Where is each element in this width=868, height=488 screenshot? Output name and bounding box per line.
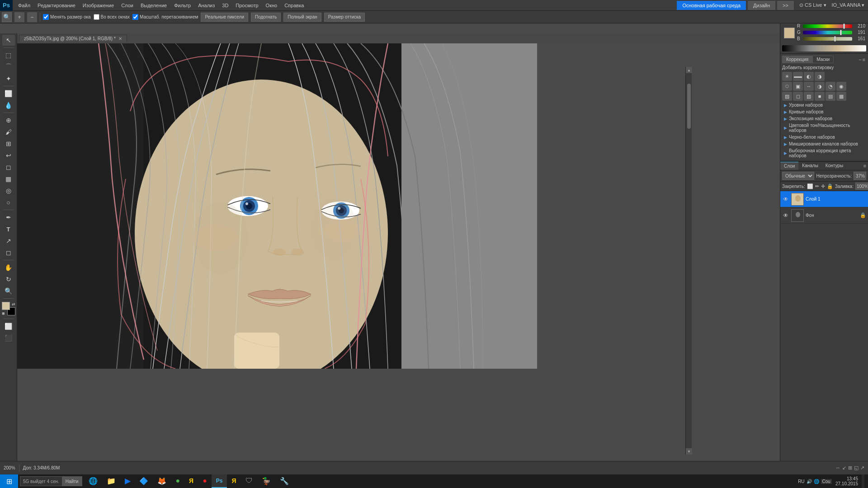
color-lookup-icon[interactable]: ▦ xyxy=(836,92,846,101)
gradient-map-icon[interactable]: ▧ xyxy=(804,92,814,101)
status-icon-5[interactable]: ↗ xyxy=(860,465,864,471)
workspace-more-btn[interactable]: >> xyxy=(777,1,794,10)
tool-screen-mode[interactable]: ⬛ xyxy=(2,333,15,343)
tool-crop[interactable]: ⬜ xyxy=(2,88,15,99)
select-color-icon[interactable]: ■ xyxy=(815,92,825,101)
bw-icon[interactable]: ↔ xyxy=(804,82,814,91)
taskbar-yandex[interactable]: Я xyxy=(184,474,198,488)
menu-select[interactable]: Выделение xyxy=(137,0,170,11)
tool-select[interactable]: ↖ xyxy=(2,35,15,46)
taskbar-firefox[interactable]: 🦊 xyxy=(153,474,171,488)
channel-mix-icon[interactable]: ◔ xyxy=(826,82,835,91)
exposure-icon[interactable]: ◑ xyxy=(815,72,825,81)
v-scroll-thumb[interactable] xyxy=(687,84,691,129)
taskbar-explorer[interactable]: 📁 xyxy=(102,474,120,488)
levels-icon[interactable]: ▬▬ xyxy=(793,72,803,81)
tool-hand[interactable]: ✋ xyxy=(2,262,15,273)
taskbar-ps[interactable]: Ps xyxy=(212,474,227,488)
taskbar-yandex2[interactable]: Я xyxy=(227,474,241,488)
correction-tab[interactable]: Коррекция xyxy=(782,56,812,63)
zoom-tool-icon[interactable]: 🔍 xyxy=(2,12,12,22)
tool-spot-heal[interactable]: ⊕ xyxy=(2,115,15,126)
tool-magic-wand[interactable]: ✦ xyxy=(2,73,15,84)
doc-tab-item[interactable]: z5IbZO3SyTk.jpg @ 200% (Слой 1, RGB/8) *… xyxy=(19,35,127,42)
tool-history-brush[interactable]: ↩ xyxy=(2,150,15,161)
menu-file[interactable]: Файл xyxy=(14,0,34,11)
lock-pixels-icon[interactable]: ⬜ xyxy=(807,183,813,189)
tool-brush[interactable]: 🖌 xyxy=(2,127,15,137)
r-thumb[interactable] xyxy=(843,23,845,29)
resize-checkbox[interactable]: Менять размер ока xyxy=(43,14,91,20)
switch-colors-icon[interactable]: ⇄ xyxy=(12,302,15,306)
curves-icon[interactable]: ◐ xyxy=(804,72,814,81)
scale-checkbox[interactable]: Масштаб. перетаскиванием xyxy=(132,14,198,20)
taskbar-network-icon[interactable]: 🌐 xyxy=(814,479,819,484)
poster-icon[interactable]: ▨ xyxy=(782,92,792,101)
g-slider[interactable] xyxy=(803,31,852,34)
doc-close-icon[interactable]: ✕ xyxy=(118,36,122,41)
r-slider[interactable] xyxy=(803,24,852,28)
fullscreen-btn[interactable]: Полный экран xyxy=(283,13,321,22)
channel-presets-item[interactable]: ▶ Микширование каналов наборов xyxy=(782,141,866,147)
hue-sat-icon[interactable]: ⬡ xyxy=(782,82,792,91)
taskbar-speaker-icon[interactable]: 🔊 xyxy=(807,479,812,484)
menu-filter[interactable]: Фильтр xyxy=(170,0,194,11)
tool-eraser[interactable]: ◻ xyxy=(2,162,15,173)
bg-visibility-icon[interactable]: 👁 xyxy=(782,212,789,219)
tool-marquee[interactable]: ⬚ xyxy=(2,50,15,61)
taskbar-app5[interactable]: 🔷 xyxy=(135,474,153,488)
taskbar-media[interactable]: ▶ xyxy=(120,474,135,488)
tool-dodge[interactable]: ○ xyxy=(2,197,15,208)
color-balance-icon[interactable]: ▣ xyxy=(793,82,803,91)
tool-gradient[interactable]: ▦ xyxy=(2,174,15,184)
tool-pen[interactable]: ✒ xyxy=(2,212,15,223)
lock-move-icon[interactable]: ✛ xyxy=(821,183,825,189)
tool-text[interactable]: T xyxy=(2,224,15,235)
b-thumb[interactable] xyxy=(834,36,836,42)
default-colors-icon[interactable]: ◼ xyxy=(2,311,5,315)
hue-presets-item[interactable]: ▶ Цветовой тон/Насыщенность наборов xyxy=(782,122,866,134)
menu-help[interactable]: Справка xyxy=(281,0,307,11)
taskbar-ie[interactable]: 🌐 xyxy=(84,474,102,488)
menu-image[interactable]: Изображение xyxy=(79,0,118,11)
blend-mode-select[interactable]: Обычные xyxy=(782,172,814,180)
selective-presets-item[interactable]: ▶ Выборочная коррекция цвета наборов xyxy=(782,147,866,159)
taskbar-duck[interactable]: 🦆 xyxy=(257,474,275,488)
tool-lasso[interactable]: ⌒ xyxy=(2,61,15,72)
taskbar-shield[interactable]: 🛡 xyxy=(241,474,257,488)
tool-rotate[interactable]: ↻ xyxy=(2,274,15,285)
canvas-wrapper[interactable] xyxy=(17,43,780,474)
channels-tab[interactable]: Каналы xyxy=(798,162,822,170)
menu-3d[interactable]: 3D xyxy=(218,0,232,11)
levels-presets-item[interactable]: ▶ Уровни наборов xyxy=(782,102,866,108)
lock-all-icon[interactable]: 🔒 xyxy=(827,183,833,189)
tool-eyedropper[interactable]: 💧 xyxy=(2,100,15,111)
fg-color-swatch[interactable] xyxy=(2,302,10,310)
layers-tab[interactable]: Слои xyxy=(780,162,798,170)
bw-presets-item[interactable]: ▶ Черно-белое наборов xyxy=(782,134,866,141)
vertical-scrollbar[interactable]: ▲ ▼ xyxy=(685,67,692,455)
photo-filter-icon[interactable]: ◑ xyxy=(815,82,825,91)
brightness-icon[interactable]: ☀ xyxy=(782,72,792,81)
tool-zoom[interactable]: 🔍 xyxy=(2,286,15,296)
exposure-presets-item[interactable]: ▶ Экспозиция наборов xyxy=(782,115,866,122)
user-name[interactable]: IO_VA ANNA ▾ xyxy=(832,2,864,8)
tool-blur[interactable]: ◎ xyxy=(2,185,15,196)
start-button[interactable]: ⊞ xyxy=(0,474,18,488)
layers-panel-settings-icon[interactable]: ≡ xyxy=(863,163,866,169)
taskbar-wrench[interactable]: 🔧 xyxy=(275,474,293,488)
fill-input[interactable] xyxy=(855,183,868,190)
show-desktop-btn[interactable] xyxy=(862,474,864,488)
workspace-design-btn[interactable]: Дизайн xyxy=(748,1,775,10)
scroll-up-arrow[interactable]: ▲ xyxy=(686,67,692,73)
correction-minimize-icon[interactable]: − xyxy=(859,57,861,62)
menu-view[interactable]: Просмотр xyxy=(232,0,262,11)
layer1-visibility-icon[interactable]: 👁 xyxy=(782,196,789,203)
taskbar-find-btn[interactable]: Найти xyxy=(62,476,82,486)
zoom-in-icon[interactable]: + xyxy=(14,12,24,22)
curves-presets-item[interactable]: ▶ Кривые наборов xyxy=(782,108,866,115)
status-icon-2[interactable]: ↙ xyxy=(842,465,846,471)
color-preview[interactable] xyxy=(784,28,795,38)
tool-mask-mode[interactable]: ⬜ xyxy=(2,321,15,332)
cs-live-btn[interactable]: ⊙ CS Live ▾ xyxy=(796,2,830,8)
